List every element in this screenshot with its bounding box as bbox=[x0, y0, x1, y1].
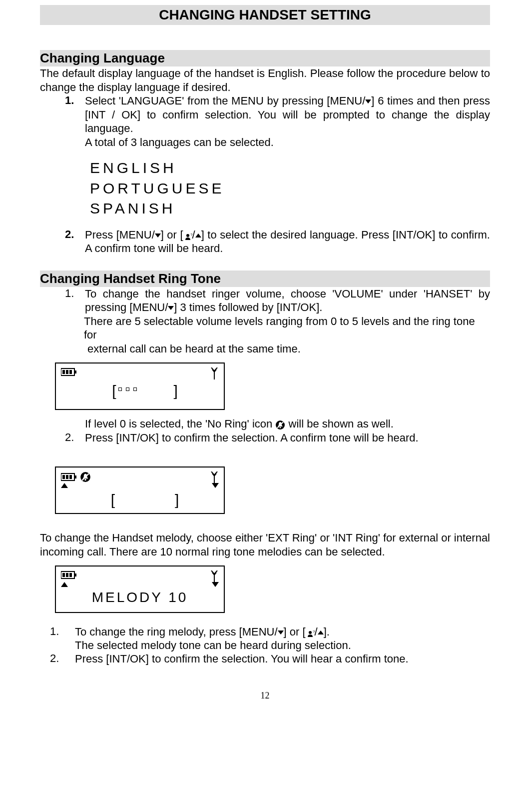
up-arrow-icon bbox=[61, 483, 68, 488]
svg-rect-22 bbox=[69, 573, 72, 577]
down-arrow-icon bbox=[365, 100, 371, 104]
svg-rect-13 bbox=[66, 475, 68, 479]
page-title: CHANGING HANDSET SETTING bbox=[40, 5, 490, 25]
language-option-english: ENGLISH bbox=[90, 158, 490, 178]
down-arrow-icon bbox=[278, 630, 284, 634]
down-arrow-icon bbox=[155, 234, 161, 238]
volume-dot bbox=[133, 388, 137, 391]
lcd-display-volume: [ ] bbox=[55, 362, 225, 410]
step-number: 2. bbox=[50, 652, 75, 666]
svg-point-8 bbox=[280, 427, 281, 428]
language-step-2: 2. Press [MENU/] or [?/] to select the d… bbox=[40, 228, 490, 256]
ringtone-step-1-cont2: external call can be heard at the same t… bbox=[40, 342, 490, 356]
down-arrow-icon bbox=[212, 483, 219, 488]
step-body: Press [INT/OK] to confirm the selection.… bbox=[85, 431, 490, 445]
svg-rect-20 bbox=[62, 573, 65, 577]
svg-point-16 bbox=[84, 479, 86, 480]
svg-rect-11 bbox=[74, 476, 76, 478]
svg-rect-21 bbox=[66, 573, 68, 577]
no-ring-icon bbox=[275, 420, 285, 430]
step-number: 1. bbox=[65, 287, 85, 314]
lcd-display-noring: [ ] bbox=[55, 466, 225, 514]
lcd-display-melody: MELODY 10 bbox=[55, 566, 225, 613]
svg-point-23 bbox=[309, 631, 312, 634]
ringtone-step-1: 1. To change the handset ringer volume, … bbox=[40, 287, 490, 314]
section-heading-ringtone: Changing Handset Ring Tone bbox=[40, 270, 490, 287]
text: will be shown as well. bbox=[285, 418, 393, 430]
volume-bar: [ ] bbox=[61, 382, 219, 400]
svg-rect-19 bbox=[74, 574, 76, 576]
melody-step-1-cont: The selected melody tone can be heard du… bbox=[40, 639, 490, 652]
melody-intro: To change the Handset melody, choose eit… bbox=[40, 531, 490, 558]
step-body: To change the ring melody, press [MENU/]… bbox=[75, 625, 490, 639]
svg-rect-6 bbox=[69, 370, 72, 374]
signal-icon bbox=[210, 472, 219, 484]
ringtone-step-1-cont1: There are 5 selectable volume levels ran… bbox=[40, 314, 490, 342]
step-body: To change the handset ringer volume, cho… bbox=[85, 287, 490, 314]
ringtone-step-2: 2. Press [INT/OK] to confirm the selecti… bbox=[40, 431, 490, 445]
step-number: 2. bbox=[65, 431, 85, 445]
battery-icon bbox=[61, 472, 77, 482]
svg-point-0 bbox=[186, 234, 189, 237]
text: ] or [ bbox=[284, 626, 306, 638]
battery-icon bbox=[61, 570, 77, 580]
phonebook-icon: ? bbox=[183, 231, 192, 240]
melody-text: MELODY 10 bbox=[61, 590, 219, 606]
volume-dot bbox=[118, 388, 122, 391]
section-heading-language: Changing Language bbox=[40, 50, 490, 66]
step-number: 1. bbox=[65, 94, 85, 136]
language-step-1: 1. Select 'LANGUAGE' from the MENU by pr… bbox=[40, 94, 490, 136]
text: Press [MENU/ bbox=[85, 228, 155, 241]
step-number: 2. bbox=[65, 228, 85, 256]
svg-rect-3 bbox=[74, 370, 76, 374]
up-arrow-icon bbox=[318, 630, 324, 634]
manual-page: CHANGING HANDSET SETTING Changing Langua… bbox=[0, 0, 530, 721]
text: ] or [ bbox=[161, 228, 183, 241]
svg-rect-12 bbox=[62, 475, 65, 479]
volume-bar-empty: [ ] bbox=[61, 492, 219, 508]
text: ] 3 times followed by [INT/OK]. bbox=[174, 301, 322, 314]
no-ring-note: If level 0 is selected, the 'No Ring' ic… bbox=[40, 417, 490, 431]
svg-rect-4 bbox=[62, 370, 65, 374]
page-number: 12 bbox=[40, 690, 490, 701]
language-step-1-cont: A total of 3 languages can be selected. bbox=[40, 136, 490, 150]
phonebook-icon: ? bbox=[306, 628, 315, 637]
up-arrow-icon bbox=[195, 234, 201, 238]
language-intro: The default display language of the hand… bbox=[40, 66, 490, 94]
step-body: Select 'LANGUAGE' from the MENU by press… bbox=[85, 94, 490, 136]
step-body: Press [MENU/] or [?/] to select the desi… bbox=[85, 228, 490, 256]
step-body: Press [INT/OK] to confirm the selection.… bbox=[75, 652, 490, 666]
step-number: 1. bbox=[50, 625, 75, 639]
up-arrow-icon bbox=[61, 582, 68, 587]
language-option-portuguese: PORTUGUESE bbox=[90, 178, 490, 199]
text: If level 0 is selected, the 'No Ring' ic… bbox=[85, 418, 275, 430]
no-ring-icon bbox=[80, 472, 91, 482]
language-options: ENGLISH PORTUGUESE SPANISH bbox=[40, 158, 490, 219]
signal-icon bbox=[210, 570, 219, 582]
signal-icon bbox=[210, 368, 219, 380]
text: To change the ring melody, press [MENU/ bbox=[75, 626, 278, 638]
text: Select 'LANGUAGE' from the MENU by press… bbox=[85, 94, 365, 107]
svg-rect-14 bbox=[69, 475, 72, 479]
melody-step-2: 2. Press [INT/OK] to confirm the selecti… bbox=[40, 652, 490, 666]
text: ]. bbox=[324, 626, 330, 638]
down-arrow-icon bbox=[212, 582, 219, 587]
svg-rect-5 bbox=[66, 370, 68, 374]
language-option-spanish: SPANISH bbox=[90, 198, 490, 219]
battery-icon bbox=[61, 368, 77, 376]
melody-step-1: 1. To change the ring melody, press [MEN… bbox=[40, 625, 490, 639]
volume-dot bbox=[126, 388, 129, 391]
down-arrow-icon bbox=[168, 306, 174, 310]
